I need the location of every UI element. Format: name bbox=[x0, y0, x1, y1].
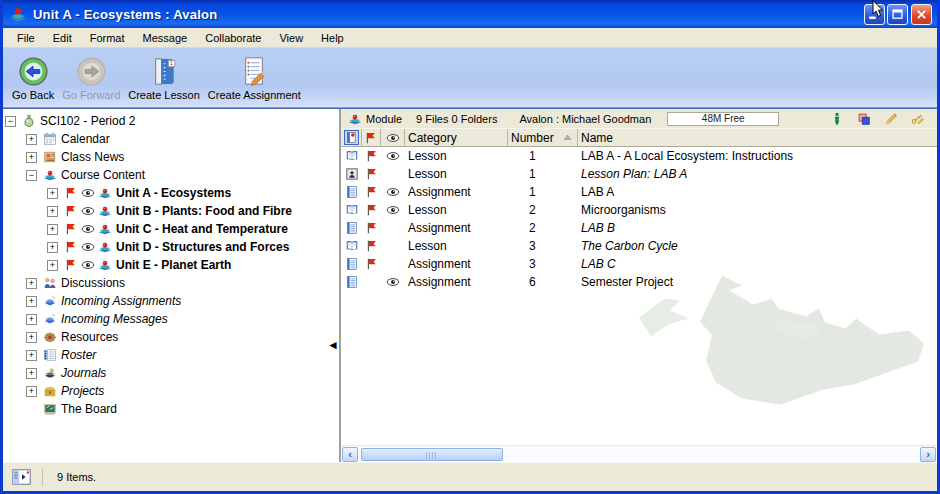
menu-edit[interactable]: Edit bbox=[44, 30, 81, 46]
svg-text:1: 1 bbox=[169, 60, 172, 66]
module-books-icon bbox=[346, 111, 363, 126]
close-button[interactable] bbox=[911, 4, 932, 25]
tree-item-unit-a-ecosystems[interactable]: +Unit A - Ecosystems bbox=[3, 184, 339, 202]
expand-expander-icon[interactable]: + bbox=[26, 296, 37, 307]
content-panel: Module 9 Files 0 Folders Avalon : Michae… bbox=[341, 109, 937, 462]
expand-expander-icon[interactable]: + bbox=[47, 206, 58, 217]
roster-icon bbox=[41, 348, 58, 363]
create-assignment-button[interactable]: Create Assignment bbox=[205, 52, 304, 107]
tree-item-unit-d-structures-and-forces[interactable]: +Unit D - Structures and Forces bbox=[3, 238, 339, 256]
item-category: Lesson bbox=[405, 149, 508, 163]
expand-expander-icon[interactable]: + bbox=[26, 350, 37, 361]
notebook-icon bbox=[341, 257, 362, 271]
menu-message[interactable]: Message bbox=[134, 30, 197, 46]
tree-item-roster[interactable]: +Roster bbox=[3, 346, 339, 364]
maximize-button[interactable] bbox=[887, 4, 908, 25]
menu-collaborate[interactable]: Collaborate bbox=[196, 30, 270, 46]
tree-item-resources[interactable]: +Resources bbox=[3, 328, 339, 346]
column-header-eye[interactable] bbox=[381, 129, 405, 146]
module-info-bar: Module 9 Files 0 Folders Avalon : Michae… bbox=[341, 109, 937, 129]
expand-expander-icon[interactable]: + bbox=[26, 134, 37, 145]
tree-item-label: Resources bbox=[61, 330, 118, 344]
item-name: LAB A - A Local Ecosystem: Instructions bbox=[578, 149, 937, 163]
news-icon bbox=[41, 150, 58, 165]
expand-expander-icon[interactable]: + bbox=[47, 242, 58, 253]
go-back-button[interactable]: Go Back bbox=[9, 52, 57, 107]
view-toggle-icon[interactable] bbox=[12, 469, 32, 486]
column-header-number[interactable]: Number bbox=[508, 129, 578, 146]
tree-item-unit-b-plants-food-and-fibre[interactable]: +Unit B - Plants: Food and Fibre bbox=[3, 202, 339, 220]
expand-expander-icon[interactable]: + bbox=[26, 314, 37, 325]
tree-item-projects[interactable]: +Projects bbox=[3, 382, 339, 400]
tree-item-sci102-period-2[interactable]: −SCI102 - Period 2 bbox=[3, 112, 339, 130]
tree-item-label: Discussions bbox=[61, 276, 125, 290]
title-bar[interactable]: Unit A - Ecosystems : Avalon bbox=[3, 0, 937, 28]
tree-item-class-news[interactable]: +Class News bbox=[3, 148, 339, 166]
menu-view[interactable]: View bbox=[270, 30, 312, 46]
tree-item-calendar[interactable]: +Calendar bbox=[3, 130, 339, 148]
tree-item-the-board[interactable]: The Board bbox=[3, 400, 339, 418]
tree-item-incoming-messages[interactable]: +Incoming Messages bbox=[3, 310, 339, 328]
scroll-right-button[interactable]: › bbox=[920, 447, 936, 462]
table-row[interactable]: Assignment1LAB A bbox=[341, 183, 937, 201]
tree-item-discussions[interactable]: +Discussions bbox=[3, 274, 339, 292]
menu-format[interactable]: Format bbox=[81, 30, 134, 46]
table-row[interactable]: Assignment2LAB B bbox=[341, 219, 937, 237]
panel-collapse-arrow-icon[interactable]: ◄ bbox=[327, 339, 339, 351]
flag-icon bbox=[362, 221, 381, 235]
tree-item-journals[interactable]: +Journals bbox=[3, 364, 339, 382]
expand-expander-icon[interactable]: + bbox=[47, 224, 58, 235]
tree-item-label: Course Content bbox=[61, 168, 145, 182]
expand-expander-icon[interactable]: + bbox=[47, 260, 58, 271]
column-header-category[interactable]: Category bbox=[405, 129, 508, 146]
inbox-books-icon bbox=[41, 312, 58, 327]
expand-expander-icon[interactable]: + bbox=[26, 152, 37, 163]
tree-item-label: Class News bbox=[61, 150, 124, 164]
books-icon bbox=[96, 186, 113, 201]
item-number: 1 bbox=[508, 167, 578, 181]
minimize-button[interactable] bbox=[864, 4, 885, 25]
column-header-flag[interactable] bbox=[362, 129, 381, 146]
eye-icon bbox=[79, 258, 96, 273]
expand-expander-icon[interactable]: + bbox=[26, 386, 37, 397]
expand-expander-icon[interactable]: + bbox=[26, 368, 37, 379]
table-row[interactable]: Assignment6Semester Project bbox=[341, 273, 937, 291]
column-header-name[interactable]: Name bbox=[578, 129, 937, 146]
scrollbar-thumb[interactable] bbox=[361, 448, 503, 461]
tree-item-unit-e-planet-earth[interactable]: +Unit E - Planet Earth bbox=[3, 256, 339, 274]
scroll-left-button[interactable]: ‹ bbox=[342, 447, 358, 462]
table-row[interactable]: Lesson3The Carbon Cycle bbox=[341, 237, 937, 255]
tree-item-unit-c-heat-and-temperature[interactable]: +Unit C - Heat and Temperature bbox=[3, 220, 339, 238]
board-icon bbox=[41, 402, 58, 417]
tree-item-label: SCI102 - Period 2 bbox=[40, 114, 135, 128]
collapse-expander-icon[interactable]: − bbox=[5, 116, 16, 127]
key-pencil-icon bbox=[909, 111, 926, 126]
table-row[interactable]: Lesson1Lesson Plan: LAB A bbox=[341, 165, 937, 183]
menu-file[interactable]: File bbox=[8, 30, 44, 46]
column-header-item-icon[interactable] bbox=[341, 129, 362, 146]
table-row[interactable]: Lesson2Microorganisms bbox=[341, 201, 937, 219]
number-header-label: Number bbox=[511, 131, 554, 145]
item-category: Assignment bbox=[405, 185, 508, 199]
table-row[interactable]: Lesson1LAB A - A Local Ecosystem: Instru… bbox=[341, 147, 937, 165]
collapse-expander-icon[interactable]: − bbox=[26, 170, 37, 181]
file-folder-counts: 9 Files 0 Folders bbox=[416, 113, 497, 125]
item-number: 1 bbox=[508, 185, 578, 199]
horizontal-scrollbar[interactable]: ‹ › bbox=[341, 445, 937, 462]
notebook-icon bbox=[341, 275, 362, 289]
menu-help[interactable]: Help bbox=[312, 30, 353, 46]
eye-icon bbox=[79, 186, 96, 201]
people-icon bbox=[41, 276, 58, 291]
pencil-icon bbox=[882, 111, 899, 126]
flag-icon bbox=[62, 222, 79, 237]
item-name: LAB A bbox=[578, 185, 937, 199]
journals-icon bbox=[41, 366, 58, 381]
table-row[interactable]: Assignment3LAB C bbox=[341, 255, 937, 273]
expand-expander-icon[interactable]: + bbox=[47, 188, 58, 199]
tree-item-course-content[interactable]: −Course Content bbox=[3, 166, 339, 184]
flag-icon bbox=[362, 185, 381, 199]
expand-expander-icon[interactable]: + bbox=[26, 278, 37, 289]
expand-expander-icon[interactable]: + bbox=[26, 332, 37, 343]
tree-item-incoming-assignments[interactable]: +Incoming Assignments bbox=[3, 292, 339, 310]
create-lesson-button[interactable]: 1Create Lesson bbox=[125, 52, 203, 107]
